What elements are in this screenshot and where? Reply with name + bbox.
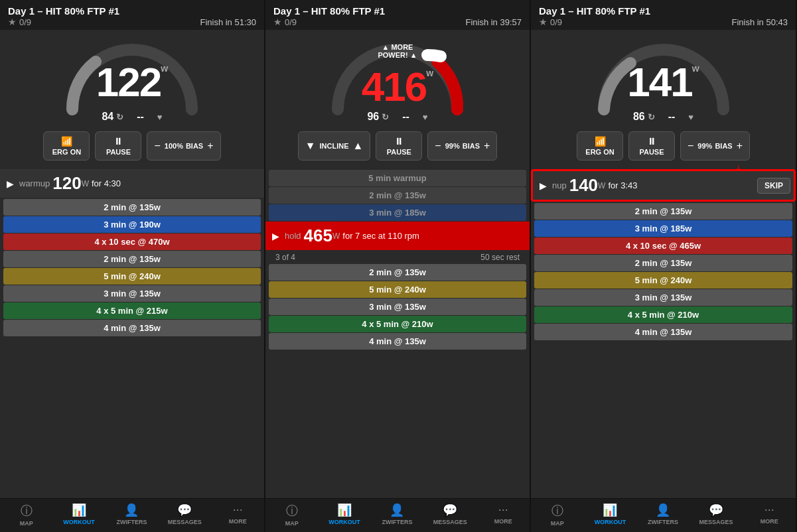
messages-icon: 💬: [709, 503, 723, 517]
list-item: 3 min @ 185w: [269, 204, 526, 221]
list-item: 5 min @ 240w: [534, 272, 792, 289]
panel2-pause-btn[interactable]: ⏸ PAUSE: [376, 131, 422, 161]
nav-map[interactable]: ⓘ MAP: [10, 503, 43, 527]
panel2-header: Day 1 – HIT 80% FTP #1 ★ 0/9 Finish in 3…: [265, 0, 530, 30]
list-item: 4 x 10 sec @ 470w: [3, 233, 261, 250]
panel3-erg-btn[interactable]: 📶 ERG ON: [577, 131, 623, 161]
list-item: 4 x 5 min @ 210w: [534, 306, 792, 323]
panel2-incline-ctrl: ▼ INCLINE ▲: [298, 131, 371, 161]
nav-zwifters[interactable]: 👤 ZWIFTERS: [380, 503, 413, 527]
more-power-text: ▲ MOREPOWER! ▲: [325, 43, 471, 59]
panel3-gauge: 141w: [591, 36, 737, 116]
panel3-workout-list: ↓ ▶ nup 140 W for 3:43 SKIP 2 min @ 135w…: [531, 166, 796, 498]
list-item: 3 min @ 135w: [3, 285, 261, 302]
panel3-interval-duration: for 3:43: [608, 180, 637, 190]
panel2-bias-minus[interactable]: −: [433, 140, 442, 152]
panel3-finish: Finish in 50:43: [731, 17, 788, 27]
panel1-finish: Finish in 51:30: [200, 17, 256, 27]
panel1-current-interval: ▶ warmup 120 W for 4:30: [0, 169, 264, 198]
incline-down-btn[interactable]: ▼: [304, 140, 317, 152]
nav-zwifters[interactable]: 👤 ZWIFTERS: [115, 503, 148, 527]
panel1-bias-minus[interactable]: −: [153, 140, 161, 152]
panel3-bias-minus[interactable]: −: [686, 140, 695, 152]
list-item: 5 min @ 240w: [269, 281, 526, 298]
panel3-pause-btn[interactable]: ⏸ PAUSE: [628, 131, 675, 161]
workout-icon: 📊: [337, 503, 352, 517]
panel2-controls: ▼ INCLINE ▲ ⏸ PAUSE − 99% BIAS +: [265, 126, 530, 166]
nav-messages[interactable]: 💬 MESSAGES: [699, 503, 733, 527]
panel3-current-interval: ▶ nup 140 W for 3:43 SKIP: [531, 169, 796, 202]
chart-icon: 📶: [61, 136, 72, 147]
panel1-interval-power: 120: [52, 173, 81, 194]
more-icon: ···: [764, 503, 774, 517]
panel1-power: 122: [96, 59, 161, 105]
panel2-gauge-area: ▲ MOREPOWER! ▲ 416w 96 ↻ -- ♥: [265, 30, 530, 126]
panel3-bias-plus[interactable]: +: [735, 140, 744, 152]
workout-icon: 📊: [72, 503, 86, 517]
panel3-nav: ⓘ MAP 📊 WORKOUT 👤 ZWIFTERS 💬 MESSAGES ··…: [531, 498, 796, 532]
panel1-bias-plus[interactable]: +: [206, 140, 214, 152]
current-arrow-icon: ▶: [7, 178, 14, 189]
nav-messages[interactable]: 💬 MESSAGES: [168, 503, 202, 527]
panel2-gauge: ▲ MOREPOWER! ▲ 416w: [325, 36, 471, 116]
nav-workout[interactable]: 📊 WORKOUT: [328, 503, 361, 527]
pause-icon: ⏸: [394, 136, 403, 147]
list-item: 2 min @ 135w: [3, 251, 261, 267]
list-item: 2 min @ 135w: [534, 255, 792, 271]
incline-label: INCLINE: [320, 142, 349, 150]
panel1-pause-btn[interactable]: ⏸ PAUSE: [95, 131, 141, 161]
panel1-rating: ★ 0/9: [8, 17, 31, 27]
nav-map[interactable]: ⓘ MAP: [541, 503, 574, 527]
list-item: 4 min @ 135w: [534, 324, 792, 340]
zwifters-icon: 👤: [656, 503, 670, 517]
panel3-gauge-area: 141w 86 ↻ -- ♥: [531, 30, 796, 126]
workout-icon: 📊: [603, 503, 617, 517]
panel1-interval-duration: for 4:30: [92, 178, 121, 188]
panel1-header: Day 1 – HIT 80% FTP #1 ★ 0/9 Finish in 5…: [0, 0, 264, 30]
nav-more[interactable]: ··· MORE: [753, 503, 786, 527]
current-arrow-icon: ▶: [272, 231, 279, 241]
map-icon: ⓘ: [21, 503, 33, 519]
panel1-gauge-area: 122w 84 ↻ -- ♥: [0, 30, 264, 126]
panel2-interval-power: 465: [304, 226, 332, 246]
panel3-rating: ★ 0/9: [539, 17, 562, 27]
list-item: 3 min @ 135w: [534, 289, 792, 306]
panel2-bias-plus[interactable]: +: [482, 140, 491, 152]
more-icon: ···: [233, 503, 243, 517]
pause-icon: ⏸: [647, 136, 656, 147]
nav-more[interactable]: ··· MORE: [486, 503, 520, 527]
list-item: 5 min warmup: [269, 170, 526, 186]
panel3-bias-ctrl: − 99% BIAS +: [680, 131, 750, 161]
panel3-power-display: 141w: [591, 62, 737, 103]
pause-icon: ⏸: [113, 136, 123, 147]
nav-more[interactable]: ··· MORE: [221, 503, 254, 527]
panel3-controls: 📶 ERG ON ⏸ PAUSE − 99% BIAS +: [531, 126, 796, 166]
list-item: 3 min @ 190w: [3, 216, 261, 233]
panel2-workout-list: 5 min warmup 2 min @ 135w 3 min @ 185w ▶…: [265, 166, 530, 498]
chart-icon: 📶: [595, 136, 606, 147]
panel3-interval-power: 140: [569, 175, 598, 196]
nav-zwifters[interactable]: 👤 ZWIFTERS: [646, 503, 680, 527]
nav-workout[interactable]: 📊 WORKOUT: [593, 503, 626, 527]
list-item: 2 min @ 135w: [269, 264, 526, 281]
panel2-nav: ⓘ MAP 📊 WORKOUT 👤 ZWIFTERS 💬 MESSAGES ··…: [265, 498, 530, 532]
messages-icon: 💬: [443, 503, 457, 517]
panel1-controls: 📶 ERG ON ⏸ PAUSE − 100% BIAS +: [0, 126, 264, 166]
nav-messages[interactable]: 💬 MESSAGES: [433, 503, 467, 527]
panel1-nav: ⓘ MAP 📊 WORKOUT 👤 ZWIFTERS 💬 MESSAGES ··…: [0, 498, 264, 532]
zwifters-icon: 👤: [124, 503, 139, 517]
panel2-power-display: 416w: [325, 66, 471, 107]
nav-map[interactable]: ⓘ MAP: [275, 503, 309, 527]
nav-workout[interactable]: 📊 WORKOUT: [62, 503, 96, 527]
panel2-power: 416: [362, 64, 426, 109]
panel3-skip-btn[interactable]: SKIP: [757, 178, 790, 194]
messages-icon: 💬: [177, 503, 192, 517]
panel2-title: Day 1 – HIT 80% FTP #1: [273, 5, 522, 17]
incline-up-btn[interactable]: ▲: [352, 140, 365, 152]
more-icon: ···: [498, 503, 508, 517]
panel1-erg-btn[interactable]: 📶 ERG ON: [43, 131, 90, 161]
panel1-gauge: 122w: [59, 36, 205, 116]
panel2-current-interval: ▶ hold 465 W for 7 sec at 110 rpm: [265, 222, 530, 250]
panel2-rating: ★ 0/9: [273, 17, 297, 27]
list-item: 2 min @ 135w: [269, 187, 526, 204]
